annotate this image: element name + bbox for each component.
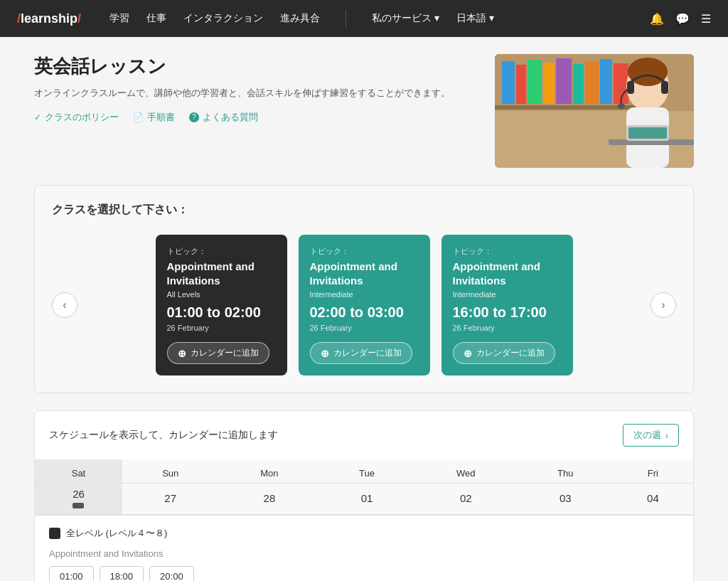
- plus-icon: ⊕: [464, 348, 472, 359]
- carousel-wrapper: ‹ トピック： Appointment and Invitations All …: [52, 235, 676, 375]
- svg-rect-6: [556, 58, 572, 104]
- col-thu[interactable]: Thu: [518, 459, 613, 484]
- cards-container: トピック： Appointment and Invitations All Le…: [86, 235, 642, 375]
- svg-point-17: [618, 103, 625, 109]
- date-mon[interactable]: 28: [218, 484, 320, 516]
- svg-rect-20: [628, 127, 667, 139]
- chevron-down-icon: ▾: [489, 12, 494, 23]
- card-2-level: Intermediate: [310, 290, 419, 299]
- schedule-title: スケジュールを表示して、カレンダーに追加します: [49, 429, 278, 442]
- hero-links: ✓ クラスのポリシー 📄 手順書 ? よくある質問: [34, 111, 478, 124]
- chevron-down-icon: ▾: [434, 12, 439, 23]
- date-wed[interactable]: 02: [414, 484, 518, 516]
- col-wed[interactable]: Wed: [414, 459, 518, 484]
- col-sat[interactable]: Sat: [35, 459, 122, 484]
- carousel-prev-btn[interactable]: ‹: [52, 292, 77, 318]
- schedule-section: スケジュールを表示して、カレンダーに追加します 次の週 › Sat Sun Mo…: [34, 410, 694, 581]
- svg-rect-16: [661, 81, 668, 94]
- active-day-indicator: [73, 503, 84, 508]
- card-2-add-label: カレンダーに追加: [333, 347, 402, 359]
- svg-rect-2: [502, 61, 515, 104]
- page-title: 英会話レッスン: [34, 54, 478, 79]
- class-card-2: トピック： Appointment and Invitations Interm…: [299, 235, 430, 375]
- nav-work[interactable]: 仕事: [146, 12, 166, 25]
- logo[interactable]: / learnship /: [17, 11, 81, 26]
- chat-icon[interactable]: 💬: [675, 12, 690, 26]
- col-fri[interactable]: Fri: [613, 459, 693, 484]
- hero-description: オンラインクラスルームで、講師や他の学習者と、会話スキルを伸ばす練習をすることが…: [34, 86, 478, 101]
- faq-link[interactable]: ? よくある質問: [189, 111, 258, 124]
- time-slot-0[interactable]: 01:00: [49, 566, 94, 581]
- schedule-header: スケジュールを表示して、カレンダーに追加します 次の週 ›: [35, 411, 693, 459]
- nav-language[interactable]: 日本語 ▾: [456, 12, 494, 25]
- time-slots: 01:00 18:00 20:00: [49, 566, 679, 581]
- svg-rect-11: [495, 105, 637, 110]
- card-3-topic-label: トピック：: [453, 246, 562, 257]
- card-1-time: 01:00 to 02:00: [167, 304, 276, 321]
- main-nav: 学習 仕事 インタラクション 進み具合 私のサービス ▾ 日本語 ▾: [109, 10, 650, 27]
- calendar-header-row: Sat Sun Mon Tue Wed Thu Fri: [35, 459, 693, 484]
- hero-text: 英会話レッスン オンラインクラスルームで、講師や他の学習者と、会話スキルを伸ばす…: [34, 54, 478, 124]
- calendar-table: Sat Sun Mon Tue Wed Thu Fri 26 27 28: [35, 459, 693, 516]
- next-week-btn[interactable]: 次の週 ›: [623, 424, 679, 447]
- hero-section: 英会話レッスン オンラインクラスルームで、講師や他の学習者と、会話スキルを伸ばす…: [34, 54, 694, 168]
- level-dot: [49, 528, 60, 539]
- date-sat[interactable]: 26: [35, 484, 122, 516]
- class-selection-title: クラスを選択して下さい：: [52, 203, 676, 218]
- card-2-title: Appointment and Invitations: [310, 260, 419, 287]
- manual-label: 手順書: [147, 111, 175, 124]
- card-1-level: All Levels: [167, 290, 276, 299]
- nav-progress[interactable]: 進み具合: [280, 12, 320, 25]
- card-3-level: Intermediate: [453, 290, 562, 299]
- card-3-add-btn[interactable]: ⊕ カレンダーに追加: [453, 342, 555, 364]
- document-icon: 📄: [133, 112, 144, 122]
- policy-label: クラスのポリシー: [45, 111, 119, 124]
- main-content: 英会話レッスン オンラインクラスルームで、講師や他の学習者と、会話スキルを伸ばす…: [23, 37, 705, 581]
- nav-divider: [346, 10, 346, 27]
- date-fri[interactable]: 04: [613, 484, 693, 516]
- card-3-add-label: カレンダーに追加: [476, 347, 545, 359]
- carousel-next-btn[interactable]: ›: [651, 292, 676, 318]
- col-sun[interactable]: Sun: [122, 459, 219, 484]
- svg-rect-5: [543, 63, 555, 104]
- calendar-date-row: 26 27 28 01 02 03 04: [35, 484, 693, 516]
- card-2-add-btn[interactable]: ⊕ カレンダーに追加: [310, 342, 412, 364]
- faq-label: よくある質問: [203, 111, 258, 124]
- next-week-label: 次の週: [633, 429, 661, 442]
- card-2-date: 26 February: [310, 324, 419, 332]
- level-label: 全レベル (レベル４〜８): [66, 527, 167, 540]
- logo-slash-end: /: [77, 11, 81, 26]
- nav-study[interactable]: 学習: [109, 12, 129, 25]
- check-icon: ✓: [34, 112, 41, 122]
- card-1-add-btn[interactable]: ⊕ カレンダーに追加: [167, 342, 269, 364]
- time-slot-2[interactable]: 20:00: [149, 566, 194, 581]
- menu-icon[interactable]: ☰: [701, 12, 711, 26]
- schedule-body: 全レベル (レベル４〜８) Appointment and Invitation…: [35, 516, 693, 581]
- manual-link[interactable]: 📄 手順書: [133, 111, 175, 124]
- appointment-label: Appointment and Invitations: [49, 548, 679, 559]
- time-slot-1[interactable]: 18:00: [100, 566, 144, 581]
- svg-point-13: [628, 58, 668, 86]
- nav-my-service[interactable]: 私のサービス ▾: [372, 12, 439, 25]
- card-3-time: 16:00 to 17:00: [453, 304, 562, 321]
- col-tue[interactable]: Tue: [320, 459, 413, 484]
- navbar-right: 🔔 💬 ☰: [650, 12, 711, 26]
- bell-icon[interactable]: 🔔: [650, 12, 664, 26]
- card-1-date: 26 February: [167, 324, 276, 332]
- chevron-right-icon: ›: [665, 430, 668, 441]
- card-1-topic-label: トピック：: [167, 246, 276, 257]
- date-sun[interactable]: 27: [122, 484, 219, 516]
- svg-rect-7: [573, 64, 584, 104]
- card-3-date: 26 February: [453, 324, 562, 332]
- date-tue[interactable]: 01: [320, 484, 413, 516]
- card-1-add-label: カレンダーに追加: [191, 347, 259, 359]
- col-mon[interactable]: Mon: [218, 459, 320, 484]
- question-icon: ?: [189, 112, 199, 122]
- date-thu[interactable]: 03: [518, 484, 613, 516]
- card-3-title: Appointment and Invitations: [453, 260, 562, 287]
- policy-link[interactable]: ✓ クラスのポリシー: [34, 111, 119, 124]
- class-card-3: トピック： Appointment and Invitations Interm…: [441, 235, 573, 375]
- level-row: 全レベル (レベル４〜８): [49, 527, 679, 540]
- navbar: / learnship / 学習 仕事 インタラクション 進み具合 私のサービス…: [0, 0, 728, 37]
- nav-interaction[interactable]: インタラクション: [183, 12, 263, 25]
